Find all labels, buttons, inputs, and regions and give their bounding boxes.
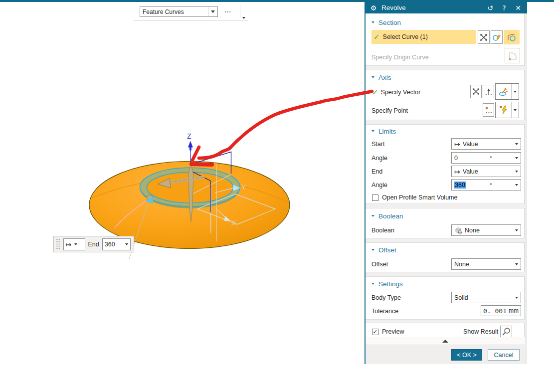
group-collapse-caret-icon xyxy=(371,130,374,132)
offset-label: Offset xyxy=(371,261,388,268)
dialog-title: Revolve xyxy=(381,4,406,11)
sketch-section-icon[interactable] xyxy=(491,30,503,44)
select-curve-label: Select Curve (1) xyxy=(383,33,428,40)
gear-icon: ⚙ xyxy=(369,4,377,12)
boolean-label: Boolean xyxy=(371,227,394,234)
z-axis-shaft xyxy=(189,147,191,151)
start-limit-dropdown[interactable]: ↦ Value xyxy=(451,138,521,150)
group-collapse-caret-icon xyxy=(371,215,374,217)
cancel-button[interactable]: Cancel xyxy=(488,349,520,361)
graphics-viewport[interactable]: X Y Z xyxy=(0,2,366,392)
help-icon[interactable]: ? xyxy=(499,4,509,12)
collapse-arrow-icon xyxy=(442,340,448,343)
group-separator xyxy=(366,65,525,70)
boolean-dropdown[interactable]: None xyxy=(451,224,521,236)
grip-handle[interactable] xyxy=(56,238,60,250)
group-section-title: Section xyxy=(378,19,401,26)
specify-origin-curve-label: Specify Origin Curve xyxy=(371,54,429,61)
group-settings[interactable]: Settings xyxy=(371,279,403,289)
dialog-collapse-strip[interactable] xyxy=(366,337,525,345)
vector-dialog-icon[interactable] xyxy=(496,84,511,99)
onscreen-input-toolbar[interactable]: ↦ End 360 xyxy=(53,236,134,252)
group-offset-title: Offset xyxy=(378,246,396,254)
limit-value-icon: ↦ xyxy=(454,168,460,176)
start-angle-label: Angle xyxy=(371,155,387,162)
reset-icon[interactable]: ↺ xyxy=(485,4,495,12)
point-type-caret-icon[interactable] xyxy=(511,102,519,118)
check-icon: ✓ xyxy=(373,32,380,41)
group-boolean[interactable]: Boolean xyxy=(371,211,403,221)
group-boolean-title: Boolean xyxy=(378,212,403,220)
group-separator xyxy=(366,120,525,125)
tolerance-value: 0. 001 xyxy=(483,307,507,315)
group-separator xyxy=(366,238,525,243)
offset-value: None xyxy=(454,261,469,268)
revolve-dialog: ⚙ Revolve ↺ ? ✕ Section ✓ Select Curve (… xyxy=(365,2,527,364)
origin-curve-icon[interactable] xyxy=(505,48,520,63)
group-limits[interactable]: Limits xyxy=(371,126,396,136)
end-angle-input[interactable]: 360 xyxy=(102,238,131,250)
vector-dialog-split-button xyxy=(495,83,519,100)
group-limits-title: Limits xyxy=(378,128,396,135)
y-axis-label: Y xyxy=(241,183,246,191)
boolean-value: None xyxy=(465,227,480,234)
group-offset[interactable]: Offset xyxy=(371,245,396,255)
select-curve-row[interactable]: ✓ Select Curve (1) xyxy=(371,30,476,44)
body-type-value: Solid xyxy=(454,294,468,301)
dropdown-caret-icon xyxy=(74,243,77,245)
limit-option-dropdown[interactable]: ↦ xyxy=(63,238,85,250)
deselect-icon[interactable] xyxy=(470,85,482,98)
inferred-vector-icon[interactable] xyxy=(483,85,494,98)
open-profile-checkbox[interactable] xyxy=(372,195,378,201)
group-separator xyxy=(366,203,525,208)
point-dialog-icon[interactable] xyxy=(483,103,494,117)
dialog-header[interactable]: ⚙ Revolve ↺ ? ✕ xyxy=(366,2,527,13)
degree-symbol: ° xyxy=(490,155,492,161)
end-angle-value: 360 xyxy=(105,241,115,248)
close-icon[interactable]: ✕ xyxy=(513,4,523,12)
dropdown-caret-icon xyxy=(515,184,518,186)
check-icon: ✓ xyxy=(372,88,378,97)
end-angle-value: 360 xyxy=(454,182,466,189)
show-result-label: Show Result xyxy=(463,328,498,335)
tolerance-input[interactable]: 0. 001 mm xyxy=(481,305,521,316)
dropdown-caret-icon xyxy=(125,243,128,245)
end-limit-value: Value xyxy=(463,168,478,175)
end-angle-input[interactable]: 360 ° xyxy=(451,179,521,191)
group-separator xyxy=(366,319,525,323)
dialog-footer: < OK > Cancel xyxy=(366,345,525,364)
boolean-none-cube-icon xyxy=(454,226,462,234)
autojudge-point-icon[interactable] xyxy=(496,102,511,118)
check-icon: ✓ xyxy=(372,329,377,335)
magnifier-icon[interactable] xyxy=(500,326,512,338)
tolerance-unit: mm xyxy=(509,307,519,314)
open-profile-label: Open Profile Smart Volume xyxy=(382,194,457,201)
point-autojudge-split-button xyxy=(495,102,519,118)
x-axis-label: X xyxy=(231,218,236,227)
group-section[interactable]: Section xyxy=(371,17,401,27)
offset-dropdown[interactable]: None xyxy=(451,258,521,270)
limit-value-icon: ↦ xyxy=(66,240,72,248)
end-label: End xyxy=(371,168,382,175)
viewport-scene: X Y Z xyxy=(0,2,366,392)
group-collapse-caret-icon xyxy=(371,283,374,285)
curve-icon[interactable] xyxy=(504,30,520,44)
start-angle-input[interactable]: 0 ° xyxy=(451,152,521,164)
dropdown-caret-icon xyxy=(515,143,518,145)
group-axis[interactable]: Axis xyxy=(371,72,391,82)
start-limit-value: Value xyxy=(463,141,478,148)
specify-vector-label: Specify Vector xyxy=(381,89,421,96)
ok-button[interactable]: < OK > xyxy=(451,349,482,361)
deselect-icon[interactable] xyxy=(478,30,490,44)
body-type-dropdown[interactable]: Solid xyxy=(451,292,521,303)
preview-checkbox[interactable]: ✓ xyxy=(372,329,378,335)
body-type-label: Body Type xyxy=(371,294,401,301)
dropdown-caret-icon xyxy=(515,263,518,265)
group-separator xyxy=(366,272,525,277)
group-axis-title: Axis xyxy=(378,74,391,81)
vector-type-caret-icon[interactable] xyxy=(511,84,519,99)
tolerance-label: Tolerance xyxy=(371,308,398,315)
specify-point-label: Specify Point xyxy=(371,107,408,114)
end-limit-dropdown[interactable]: ↦ Value xyxy=(451,166,521,177)
degree-symbol: ° xyxy=(490,182,492,188)
